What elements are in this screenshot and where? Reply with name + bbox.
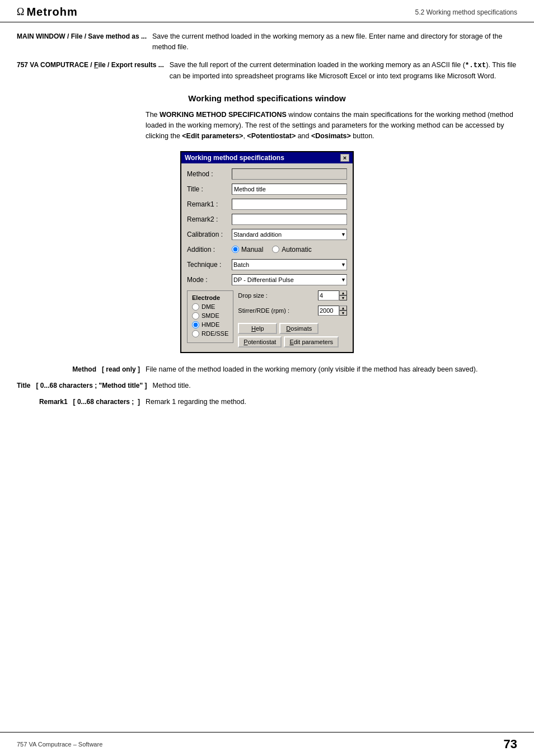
- title-desc-body: Method title.: [153, 381, 517, 391]
- title-input[interactable]: [232, 184, 347, 195]
- right-panel: Drop size : ▲ ▼: [238, 290, 347, 348]
- remark1-description: Remark1 [ 0...68 characters ; ] Remark 1…: [17, 397, 517, 407]
- drop-size-row: Drop size : ▲ ▼: [238, 290, 347, 300]
- electrode-smde-radio[interactable]: [192, 312, 199, 320]
- electrode-hmde-radio[interactable]: [192, 321, 199, 328]
- mode-row: Mode : DP - Differential Pulse: [187, 274, 347, 286]
- method-desc-label: Method [ read only ]: [17, 364, 146, 375]
- method-description: Method [ read only ] File name of the me…: [17, 364, 517, 375]
- calibration-label: Calibration :: [187, 231, 232, 238]
- electrode-dme[interactable]: DME: [192, 303, 228, 311]
- drop-size-label: Drop size :: [238, 292, 318, 299]
- content-area: MAIN WINDOW / File / Save method as ... …: [0, 22, 534, 447]
- electrode-group-title: Electrode: [192, 294, 228, 301]
- drop-size-input[interactable]: [318, 290, 339, 300]
- stirrer-row: Stirrer/RDE (rpm) : ▲ ▼: [238, 306, 347, 316]
- stirrer-label: Stirrer/RDE (rpm) :: [238, 307, 318, 314]
- calibration-select-wrapper: Standard addition: [232, 229, 347, 240]
- addition-automatic[interactable]: Automatic: [272, 246, 311, 253]
- menu-label-2: 757 VA COMPUTRACE / File / Export result…: [17, 60, 170, 82]
- dialog-close-button[interactable]: ×: [340, 154, 349, 162]
- method-label: Method :: [187, 170, 232, 178]
- mode-select-wrapper: DP - Differential Pulse: [232, 274, 347, 285]
- footer: 757 VA Computrace – Software 73: [0, 732, 534, 756]
- electrode-group: Electrode DME SMDE HMDE: [187, 290, 233, 343]
- calibration-select[interactable]: Standard addition: [232, 229, 347, 240]
- drop-size-up-button[interactable]: ▲: [339, 290, 347, 295]
- technique-select[interactable]: Batch: [232, 259, 347, 270]
- electrode-hmde[interactable]: HMDE: [192, 321, 228, 328]
- addition-automatic-radio[interactable]: [272, 246, 279, 253]
- menu-section-2: 757 VA COMPUTRACE / File / Export result…: [17, 60, 517, 82]
- remark1-label: Remark1 :: [187, 200, 232, 208]
- title-description: Title [ 0...68 characters ; "Method titl…: [17, 381, 517, 391]
- intro-paragraph: The WORKING METHOD SPECIFICATIONS window…: [146, 110, 517, 142]
- addition-manual-radio[interactable]: [232, 246, 239, 253]
- electrode-dme-radio[interactable]: [192, 303, 199, 311]
- header: Ω Metrohm 5.2 Working method specificati…: [0, 0, 534, 22]
- help-button[interactable]: Help: [238, 323, 277, 334]
- calibration-row: Calibration : Standard addition: [187, 228, 347, 241]
- buttons-row-1: Help Dosimats: [238, 323, 347, 334]
- edit-parameters-button[interactable]: Edit parameters: [284, 336, 339, 348]
- section-heading: Working method specifications window: [17, 93, 517, 103]
- menu-body-1: Save the current method loaded in the wo…: [152, 31, 517, 53]
- title-desc-label: Title [ 0...68 characters ; "Method titl…: [17, 381, 153, 391]
- dialog-body: Method : Title : Remark1 :: [181, 163, 353, 352]
- working-method-dialog: Working method specifications × Method :…: [180, 151, 354, 353]
- remark1-input[interactable]: [232, 199, 347, 210]
- stirrer-input[interactable]: [318, 306, 339, 316]
- drop-size-spinbox-buttons: ▲ ▼: [339, 290, 347, 300]
- logo: Ω Metrohm: [17, 6, 78, 18]
- stirrer-up-button[interactable]: ▲: [339, 306, 347, 311]
- potentiostat-button[interactable]: Potentiostat: [238, 336, 282, 348]
- logo-text: Metrohm: [26, 6, 77, 18]
- drop-size-down-button[interactable]: ▼: [339, 295, 347, 300]
- method-desc-body: File name of the method loaded in the wo…: [146, 364, 517, 375]
- technique-row: Technique : Batch: [187, 259, 347, 271]
- remark2-input[interactable]: [232, 214, 347, 225]
- menu-label-1: MAIN WINDOW / File / Save method as ...: [17, 31, 152, 53]
- addition-manual[interactable]: Manual: [232, 246, 263, 253]
- addition-label: Addition :: [187, 246, 232, 253]
- buttons-row-2: Potentiostat Edit parameters: [238, 336, 347, 348]
- stirrer-spinbox-buttons: ▲ ▼: [339, 306, 347, 316]
- technique-label: Technique :: [187, 261, 232, 269]
- remark2-row: Remark2 :: [187, 213, 347, 226]
- footer-product: 757 VA Computrace – Software: [17, 741, 102, 748]
- logo-symbol: Ω: [17, 6, 24, 18]
- page: Ω Metrohm 5.2 Working method specificati…: [0, 0, 534, 756]
- technique-select-wrapper: Batch: [232, 259, 347, 270]
- mode-label: Mode :: [187, 276, 232, 284]
- method-input[interactable]: [232, 168, 347, 180]
- addition-radio-group: Manual Automatic: [232, 246, 347, 253]
- chapter-title: 5.2 Working method specifications: [415, 8, 517, 16]
- dialog-titlebar: Working method specifications ×: [181, 152, 353, 163]
- electrode-rdesse-radio[interactable]: [192, 330, 199, 337]
- electrode-panel: Electrode DME SMDE HMDE: [187, 290, 233, 348]
- electrode-rdesse[interactable]: RDE/SSE: [192, 330, 228, 337]
- title-label: Title :: [187, 185, 232, 193]
- method-row: Method :: [187, 168, 347, 180]
- dialog-bottom-panel: Electrode DME SMDE HMDE: [187, 290, 347, 348]
- dosimats-button[interactable]: Dosimats: [279, 323, 318, 334]
- remark2-label: Remark2 :: [187, 215, 232, 223]
- menu-section-1: MAIN WINDOW / File / Save method as ... …: [17, 31, 517, 53]
- mode-select[interactable]: DP - Differential Pulse: [232, 274, 347, 285]
- remark1-desc-body: Remark 1 regarding the method.: [146, 397, 517, 407]
- remark1-row: Remark1 :: [187, 198, 347, 210]
- footer-page: 73: [504, 737, 517, 752]
- title-row: Title :: [187, 183, 347, 195]
- stirrer-spinbox: ▲ ▼: [318, 306, 347, 316]
- drop-size-spinbox: ▲ ▼: [318, 290, 347, 300]
- dialog-title: Working method specifications: [185, 154, 284, 162]
- electrode-smde[interactable]: SMDE: [192, 312, 228, 320]
- addition-row: Addition : Manual Automatic: [187, 243, 347, 256]
- dialog-wrapper: Working method specifications × Method :…: [17, 151, 517, 353]
- remark1-desc-label: Remark1 [ 0...68 characters ; ]: [17, 397, 146, 407]
- menu-body-2: Save the full report of the current dete…: [170, 60, 517, 82]
- stirrer-down-button[interactable]: ▼: [339, 311, 347, 316]
